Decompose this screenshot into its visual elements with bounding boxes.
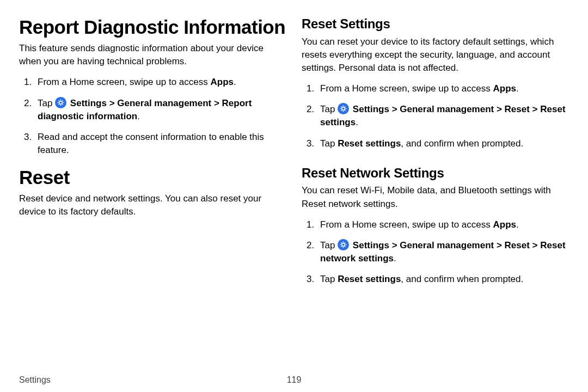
apps-label: Apps [210,77,234,87]
step-text: , and confirm when prompted. [401,274,523,284]
right-column: Reset Settings You can reset your device… [302,16,569,372]
step-1: From a Home screen, swipe up to access A… [317,82,569,95]
step-text: , and confirm when prompted. [401,138,523,149]
page-footer: Settings 119 [19,372,569,384]
step-text: From a Home screen, swipe up to access [320,83,493,94]
step-1: From a Home screen, swipe up to access A… [34,76,286,89]
intro-report-diagnostic: This feature sends diagnostic informatio… [19,42,286,68]
step-text: Tap [320,274,338,284]
step-text: Tap [320,138,338,149]
step-text: Tap [38,98,55,108]
step-text: . [137,111,140,121]
step-2: Tap Settings > General management > Repo… [34,97,286,123]
nav-path: Settings > General management > Reset > … [320,240,566,264]
step-text: . [234,77,236,87]
step-text: From a Home screen, swipe up to access [320,219,493,230]
intro-reset-network: You can reset Wi-Fi, Mobile data, and Bl… [302,184,569,210]
svg-point-4 [338,239,349,250]
heading-report-diagnostic: Report Diagnostic Information [19,16,286,38]
step-text: From a Home screen, swipe up to access [38,77,210,87]
left-column: Report Diagnostic Information This featu… [19,16,286,372]
steps-report-diagnostic: From a Home screen, swipe up to access A… [19,76,286,157]
apps-label: Apps [493,219,516,230]
step-text: Tap [320,240,338,250]
svg-point-0 [55,97,66,108]
footer-page-number: 119 [287,375,302,385]
steps-reset-network: From a Home screen, swipe up to access A… [302,218,569,286]
settings-gear-icon [55,97,66,108]
heading-reset: Reset [19,167,286,188]
svg-point-2 [338,103,349,114]
step-text: Tap [320,104,338,114]
intro-reset-settings: You can reset your device to its factory… [302,35,569,75]
steps-reset-settings: From a Home screen, swipe up to access A… [302,82,569,150]
footer-section: Settings [19,375,51,385]
intro-reset: Reset device and network settings. You c… [19,192,286,218]
step-2: Tap Settings > General management > Rese… [317,103,569,129]
step-text: . [356,117,358,127]
step-3: Read and accept the consent information … [34,131,286,157]
settings-gear-icon [338,239,349,250]
step-1: From a Home screen, swipe up to access A… [317,218,569,231]
reset-settings-label: Reset settings [338,138,401,149]
step-text: . [516,219,519,230]
step-text: . [516,83,519,94]
step-3: Tap Reset settings, and confirm when pro… [317,137,569,150]
heading-reset-settings: Reset Settings [302,16,569,32]
reset-settings-label: Reset settings [338,274,401,284]
step-3: Tap Reset settings, and confirm when pro… [317,273,569,286]
step-2: Tap Settings > General management > Rese… [317,239,569,265]
step-text: . [394,253,396,264]
nav-path: Settings > General management > Report d… [38,98,252,121]
settings-gear-icon [338,103,349,114]
apps-label: Apps [493,83,516,94]
heading-reset-network: Reset Network Settings [302,166,569,181]
